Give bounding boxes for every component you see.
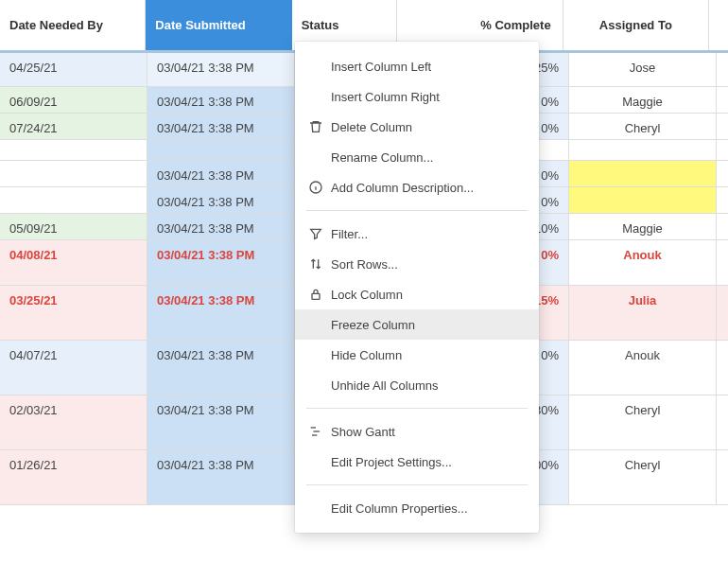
cell-extra[interactable]: [717, 395, 728, 450]
menu-show-gantt[interactable]: Show Gantt: [295, 416, 539, 447]
cell-extra[interactable]: [717, 286, 728, 341]
cell-extra[interactable]: [717, 87, 728, 114]
sort-icon: [308, 256, 331, 272]
column-header-extra[interactable]: [709, 0, 728, 50]
cell-date-needed[interactable]: 01/26/21: [0, 450, 147, 505]
cell-date-submitted[interactable]: 03/04/21 3:38 PM: [147, 161, 295, 187]
cell-date-needed[interactable]: 04/08/21: [0, 240, 147, 286]
cell-date-submitted[interactable]: 03/04/21 3:38 PM: [147, 53, 295, 87]
cell-date-submitted[interactable]: 03/04/21 3:38 PM: [147, 240, 295, 286]
menu-label: Show Gantt: [331, 425, 526, 439]
gantt-icon: [308, 424, 331, 439]
menu-divider: [306, 408, 528, 409]
svg-rect-3: [312, 293, 320, 299]
menu-unhide-all-columns[interactable]: Unhide All Columns: [295, 370, 539, 400]
cell-extra[interactable]: [717, 53, 728, 87]
cell-date-needed[interactable]: 02/03/21: [0, 395, 147, 450]
menu-divider: [306, 484, 528, 485]
cell-date-submitted[interactable]: 03/04/21 3:38 PM: [147, 87, 295, 114]
cell-date-needed[interactable]: [0, 140, 147, 161]
menu-label: Hide Column: [331, 348, 526, 362]
menu-label: Delete Column: [331, 120, 526, 134]
cell-assigned[interactable]: Anouk: [569, 240, 717, 286]
menu-insert-column-left[interactable]: Insert Column Left: [295, 51, 539, 81]
cell-extra[interactable]: [717, 140, 728, 161]
cell-date-needed[interactable]: 04/07/21: [0, 341, 147, 395]
column-header-date-needed[interactable]: Date Needed By: [0, 0, 146, 50]
cell-assigned[interactable]: Julia: [569, 286, 717, 341]
cell-date-submitted[interactable]: [147, 140, 295, 161]
menu-label: Rename Column...: [331, 150, 526, 165]
menu-label: Insert Column Right: [331, 90, 526, 104]
cell-extra[interactable]: [717, 187, 728, 214]
cell-date-needed[interactable]: 03/25/21: [0, 286, 147, 341]
cell-extra[interactable]: [717, 341, 728, 395]
menu-label: Insert Column Left: [331, 60, 526, 74]
cell-extra[interactable]: [717, 114, 728, 140]
column-context-menu: Insert Column Left Insert Column Right D…: [295, 42, 539, 505]
cell-assigned[interactable]: Maggie: [569, 214, 717, 240]
column-header-assigned[interactable]: Assigned To: [563, 0, 709, 50]
menu-label: Add Column Description...: [331, 181, 526, 195]
cell-assigned[interactable]: [569, 187, 717, 214]
menu-sort-rows[interactable]: Sort Rows...: [295, 249, 539, 279]
cell-assigned[interactable]: Cheryl: [569, 114, 717, 140]
cell-extra[interactable]: [717, 161, 728, 187]
menu-delete-column[interactable]: Delete Column: [295, 112, 539, 142]
cell-assigned[interactable]: Jose: [569, 53, 717, 87]
menu-rename-column[interactable]: Rename Column...: [295, 142, 539, 172]
cell-date-needed[interactable]: 07/24/21: [0, 114, 147, 140]
cell-date-submitted[interactable]: 03/04/21 3:38 PM: [147, 214, 295, 240]
cell-assigned[interactable]: Cheryl: [569, 450, 717, 505]
menu-label: Freeze Column: [331, 318, 526, 332]
lock-icon: [308, 287, 331, 302]
cell-assigned[interactable]: [569, 161, 717, 187]
cell-date-needed[interactable]: 06/09/21: [0, 87, 147, 114]
cell-date-submitted[interactable]: 03/04/21 3:38 PM: [147, 286, 295, 341]
cell-assigned[interactable]: [569, 140, 717, 161]
menu-label: Edit Project Settings...: [331, 455, 526, 469]
trash-icon: [308, 119, 331, 134]
menu-freeze-column[interactable]: Freeze Column: [295, 309, 539, 340]
menu-divider: [306, 210, 528, 211]
menu-hide-column[interactable]: Hide Column: [295, 340, 539, 370]
menu-label: Lock Column: [331, 288, 526, 302]
cell-date-submitted[interactable]: 03/04/21 3:38 PM: [147, 341, 295, 395]
cell-date-needed[interactable]: [0, 161, 147, 187]
cell-date-needed[interactable]: 04/25/21: [0, 53, 147, 87]
cell-extra[interactable]: [717, 214, 728, 240]
filter-icon: [308, 226, 331, 241]
cell-date-submitted[interactable]: 03/04/21 3:38 PM: [147, 187, 295, 214]
menu-add-column-description[interactable]: Add Column Description...: [295, 172, 539, 202]
cell-assigned[interactable]: Maggie: [569, 87, 717, 114]
menu-filter[interactable]: Filter...: [295, 219, 539, 249]
cell-date-needed[interactable]: [0, 187, 147, 214]
column-header-date-submitted[interactable]: Date Submitted: [146, 0, 291, 50]
menu-lock-column[interactable]: Lock Column: [295, 279, 539, 309]
cell-date-needed[interactable]: 05/09/21: [0, 214, 147, 240]
cell-date-submitted[interactable]: 03/04/21 3:38 PM: [147, 395, 295, 450]
cell-date-submitted[interactable]: 03/04/21 3:38 PM: [147, 450, 295, 505]
menu-label: Unhide All Columns: [331, 378, 526, 393]
cell-date-submitted[interactable]: 03/04/21 3:38 PM: [147, 114, 295, 140]
cell-extra[interactable]: [717, 240, 728, 286]
menu-insert-column-right[interactable]: Insert Column Right: [295, 81, 539, 112]
menu-edit-column-properties[interactable]: Edit Column Properties...: [295, 493, 539, 505]
info-icon: [308, 180, 331, 195]
cell-assigned[interactable]: Anouk: [569, 341, 717, 395]
menu-label: Edit Column Properties...: [331, 501, 526, 506]
menu-edit-project-settings[interactable]: Edit Project Settings...: [295, 447, 539, 477]
menu-label: Filter...: [331, 227, 526, 241]
cell-assigned[interactable]: Cheryl: [569, 395, 717, 450]
cell-extra[interactable]: [717, 450, 728, 505]
menu-label: Sort Rows...: [331, 257, 526, 272]
